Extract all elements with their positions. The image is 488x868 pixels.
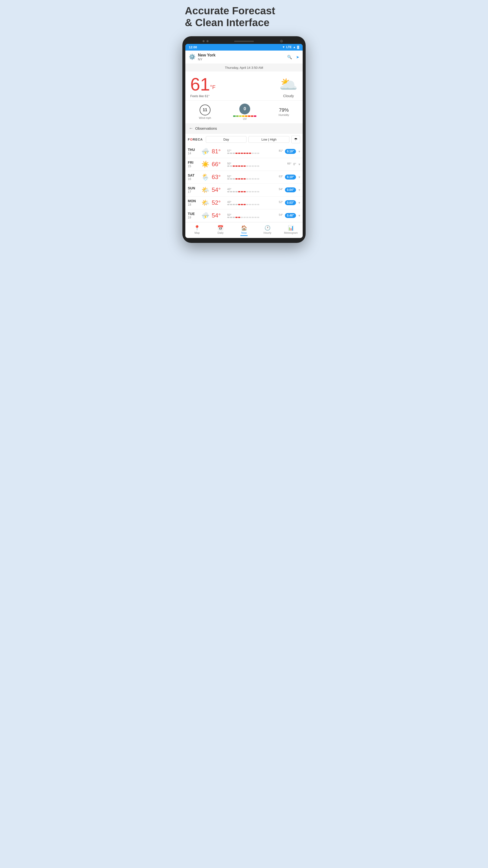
hourly-nav-icon: 🕐 xyxy=(256,225,279,231)
bar-gray-0 xyxy=(227,178,229,180)
chevron-down-icon: ▾ xyxy=(298,201,300,205)
nav-item-hourly[interactable]: 🕐 Hourly xyxy=(256,225,279,236)
bar-red-2 xyxy=(241,153,243,154)
day-name: MON xyxy=(188,199,199,203)
forecast-temp: 52° xyxy=(212,199,225,206)
status-time: 12:00 xyxy=(189,45,197,49)
bar-light-4 xyxy=(257,191,259,192)
day-name: TUE xyxy=(188,212,199,216)
low-high-tab[interactable]: Low | High xyxy=(249,136,289,143)
bar-light-1 xyxy=(249,165,251,167)
nav-item-now[interactable]: 🏠 Now xyxy=(232,225,256,236)
wind-stat: 11 Wind mph xyxy=(199,104,211,119)
meteogram-nav-label: Meteogram xyxy=(279,231,303,234)
bar-light-3 xyxy=(254,204,257,205)
bar-red-4 xyxy=(243,165,246,167)
bar-light-0 xyxy=(246,178,249,180)
low-high-labels: 43° 54° xyxy=(227,188,283,191)
header-city: New York xyxy=(198,53,287,58)
hourly-nav-label: Hourly xyxy=(256,231,279,234)
uv-seg-6 xyxy=(248,115,251,117)
map-nav-icon: 📍 xyxy=(185,225,209,231)
phone-dot-2 xyxy=(206,40,208,42)
uv-seg-1 xyxy=(233,115,236,117)
temperature-section: 61°F Feels like 61° xyxy=(190,75,277,98)
uv-label: UV xyxy=(233,117,256,120)
now-nav-icon: 🏠 xyxy=(232,225,256,231)
low-high-col: 50° 66° xyxy=(227,162,291,167)
low-high-labels: 57° 81° xyxy=(227,149,283,152)
bar-red-1 xyxy=(241,204,243,205)
settings-icon[interactable]: ⚙️ xyxy=(189,54,195,60)
bar-red-1 xyxy=(238,178,240,180)
map-nav-label: Map xyxy=(185,231,209,234)
high-val: 63° xyxy=(279,175,283,178)
day-tab[interactable]: Day xyxy=(206,136,247,143)
bar-red-1 xyxy=(238,217,240,218)
forecast-row[interactable]: FRI 15 ☀️ 66° 50° 66° 0" ▾ xyxy=(185,158,303,171)
forecast-row[interactable]: TUE 19 ⛈️ 54° 50° 54° 0.48" ▾ xyxy=(185,209,303,222)
nav-item-daily[interactable]: 📅 Daily xyxy=(209,225,232,236)
bar-red-2 xyxy=(241,178,243,180)
bar-gray-1 xyxy=(230,178,232,180)
forecast-row[interactable]: MON 18 🌤️ 52° 43° 52° 0.03" ▾ xyxy=(185,196,303,209)
uv-seg-7 xyxy=(251,115,253,117)
bar-light-2 xyxy=(252,191,254,192)
bar-light-3 xyxy=(249,217,251,218)
day-column: FRI 15 xyxy=(188,160,199,168)
chevron-down-icon: ▾ xyxy=(298,214,300,217)
bar-light-1 xyxy=(249,178,251,180)
low-high-labels: 50° 54° xyxy=(227,213,283,216)
bar-light-1 xyxy=(243,217,246,218)
uv-value-circle: 0 xyxy=(239,103,250,115)
phone-screen: 12:00 ▼ LTE ▲ ▓ ⚙️ New York NY 🔍 ➤ xyxy=(185,44,303,238)
bar-light-4 xyxy=(252,217,254,218)
bar-light-3 xyxy=(254,165,257,167)
location-icon[interactable]: ➤ xyxy=(296,55,299,59)
bottom-nav: 📍 Map 📅 Daily 🏠 Now 🕐 Hourly 📊 Meteogram xyxy=(185,222,303,238)
bar-red-0 xyxy=(235,153,237,154)
header-location: New York NY xyxy=(198,53,287,61)
bar-gray-1 xyxy=(230,165,232,167)
search-icon[interactable]: 🔍 xyxy=(287,55,292,59)
bar-red-3 xyxy=(241,165,243,167)
low-high-labels: 52° 63° xyxy=(227,175,283,178)
bar-red-4 xyxy=(246,153,249,154)
nav-item-map[interactable]: 📍 Map xyxy=(185,225,209,236)
phone-speaker xyxy=(234,41,254,42)
bar-light-4 xyxy=(257,204,259,205)
high-val: 52° xyxy=(279,200,283,204)
bar-gray-1 xyxy=(230,191,232,192)
uv-seg-8 xyxy=(254,115,256,117)
high-val: 54° xyxy=(279,213,283,216)
uv-seg-5 xyxy=(245,115,248,117)
day-num: 16 xyxy=(188,177,199,181)
bar-light-1 xyxy=(249,191,251,192)
low-val: 57° xyxy=(227,149,231,152)
app-header: ⚙️ New York NY 🔍 ➤ xyxy=(185,51,303,64)
low-val: 43° xyxy=(227,200,231,204)
umbrella-tab[interactable]: ☂ xyxy=(291,135,300,143)
low-high-col: 43° 54° xyxy=(227,188,283,192)
temperature-value: 61 xyxy=(190,74,210,94)
forecast-row[interactable]: SUN 17 🌤️ 54° 43° 54° 0.04" ▾ xyxy=(185,184,303,196)
bar-light-0 xyxy=(246,165,249,167)
forecast-row[interactable]: SAT 16 🌦️ 63° 52° 63° 0.10" ▾ xyxy=(185,171,303,184)
observations-row[interactable]: ← Observations xyxy=(185,123,303,133)
temp-bar-row xyxy=(227,217,283,218)
forecast-row[interactable]: THU 14 ⛈️ 81° 57° 81° 0.19" ▾ xyxy=(185,145,303,158)
bar-light-1 xyxy=(249,204,251,205)
bar-light-3 xyxy=(254,191,257,192)
nav-item-meteogram[interactable]: 📊 Meteogram xyxy=(279,225,303,236)
bar-gray-2 xyxy=(233,217,235,218)
low-high-col: 57° 81° xyxy=(227,149,283,154)
chevron-down-icon: ▾ xyxy=(298,188,300,192)
bar-gray-0 xyxy=(227,165,229,167)
chevron-down-icon: ▾ xyxy=(298,175,300,179)
day-num: 18 xyxy=(188,203,199,207)
back-arrow-icon[interactable]: ← xyxy=(189,126,193,131)
bar-red-2 xyxy=(243,204,246,205)
humidity-label: Humidity xyxy=(279,114,289,116)
temperature-display: 61°F xyxy=(190,75,277,93)
bar-gray-1 xyxy=(230,217,232,218)
